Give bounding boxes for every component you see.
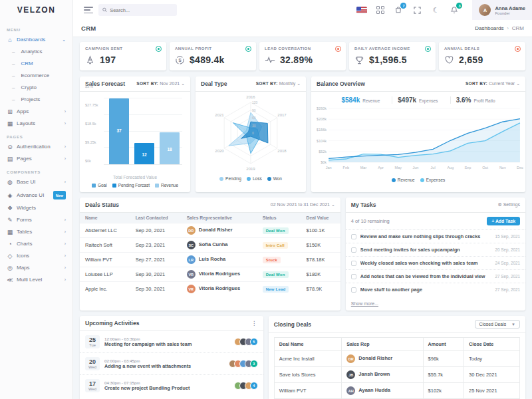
sidebar-item-advance-ui[interactable]: ◈Advance UINew — [0, 188, 72, 202]
submenu-dash-icon: – — [12, 49, 15, 55]
apps-grid-icon[interactable] — [376, 6, 384, 14]
table-row[interactable]: William PVTSep 27, 2021LRLuis RochaStuck… — [80, 253, 340, 267]
table-row[interactable]: Apple Inc.Sep 30, 2021VRVitoria Rodrigue… — [80, 282, 340, 297]
notifications-icon[interactable]: 3 — [450, 5, 459, 15]
sidebar-item-label: Dashboards — [17, 37, 59, 43]
sidebar-item-authentication[interactable]: ⊙Authentication› — [0, 141, 72, 153]
icons-icon: ◇ — [7, 253, 13, 259]
language-flag-icon[interactable] — [356, 7, 367, 14]
table-row[interactable]: Loiusee LLPSep 30, 2021VRVitoria Rodrigu… — [80, 267, 340, 282]
status-badge: Deal Won — [263, 271, 289, 278]
sidebar-item-icons[interactable]: ◇Icons› — [0, 250, 72, 262]
task-checkbox[interactable] — [351, 261, 356, 266]
closing-column-header: Close Date — [464, 338, 520, 351]
avatar: SC — [187, 241, 196, 249]
task-text[interactable]: Move stuff to another page — [360, 287, 491, 293]
sidebar-item-forms[interactable]: ✎Forms› — [0, 214, 72, 226]
chevron-icon: ⌄ — [62, 37, 66, 43]
sidebar-item-maps[interactable]: ◎Maps› — [0, 262, 72, 274]
add-task-button[interactable]: + Add Task — [487, 217, 520, 225]
sidebar-item-crm[interactable]: –CRM — [0, 58, 72, 70]
task-text[interactable]: Add notes that can be viewed from the in… — [360, 273, 491, 279]
tasks-settings-button[interactable]: ⚙ Settings — [497, 202, 520, 207]
sidebar-item-label: Multi Level — [17, 277, 61, 283]
user-lock-icon: ⊙ — [7, 144, 13, 150]
bar-ytick: $9.25k — [85, 140, 96, 144]
sidebar-item-label: Ecommerce — [21, 72, 66, 79]
avatar-more-badge: 3 — [250, 360, 258, 368]
dark-mode-icon[interactable]: ☾ — [431, 5, 440, 15]
search-input[interactable] — [110, 7, 173, 13]
search-icon — [102, 7, 107, 13]
table-row[interactable]: Save lots StoresJBJansh Brown$55.7k30 De… — [274, 367, 519, 383]
task-checkbox[interactable] — [351, 287, 356, 293]
svg-text:Dec: Dec — [517, 166, 523, 170]
sidebar-item-analytics[interactable]: –Analytics — [0, 46, 72, 58]
kpi-card: CAMPAIGN SENT197 — [80, 42, 166, 70]
sidebar-item-multi-level[interactable]: ≪Multi Level› — [0, 274, 72, 286]
sidebar-item-pages[interactable]: ▤Pages› — [0, 153, 72, 165]
fullscreen-icon[interactable] — [412, 5, 422, 15]
table-row[interactable]: Raitech SoftSep 23, 2021SCSofia CunhaInt… — [80, 238, 340, 253]
sidebar-item-crypto[interactable]: –Crypto — [0, 82, 72, 94]
kpi-row: CAMPAIGN SENT197ANNUAL PROFIT$$489.4kLEA… — [80, 42, 525, 70]
avatar-more-badge: 4 — [250, 382, 258, 390]
task-date: 24 Sep, 2021 — [495, 261, 520, 265]
task-text[interactable]: Review and make sure nothing slips throu… — [360, 233, 491, 239]
deals-status-date-range[interactable]: 02 Nov 2021 to 31 Dec 2021 ⌄ — [271, 202, 335, 207]
balance-sort-dropdown[interactable]: SORT BY: Current Year ⌄ — [466, 81, 520, 86]
trend-down-icon — [335, 46, 341, 52]
kpi-card: ANNUAL DEALS2,659 — [439, 42, 525, 70]
sidebar-item-charts[interactable]: ◔Charts› — [0, 238, 72, 250]
svg-text:Jun: Jun — [413, 166, 419, 170]
activity-item[interactable]: 17Wed04:30pm - 07:15pmCreate new project… — [80, 374, 263, 396]
radar-legend: PendingLossWon — [219, 176, 282, 181]
table-row[interactable]: William PVTAHAyaan Hudda$102k25 Nov 2021 — [274, 383, 519, 399]
user-menu[interactable]: A Anna Adame Founder — [472, 0, 532, 20]
balance-overview-card: Balance Overview SORT BY: Current Year ⌄… — [311, 76, 525, 192]
app-logo[interactable]: VELZON — [0, 0, 72, 20]
sidebar-item-base-ui[interactable]: ◍Base UI› — [0, 176, 72, 188]
sidebar-item-label: Widgets — [17, 205, 66, 211]
sidebar-item-apps[interactable]: ⊞Apps› — [0, 106, 72, 118]
page-title-bar: CRM Dashboards › CRM — [73, 20, 532, 37]
cart-icon[interactable]: 7 — [394, 5, 403, 15]
table-row[interactable]: Absternet LLCSep 20, 2021DRDonald Risher… — [80, 223, 340, 238]
sales-forecast-sort-dropdown[interactable]: SORT BY: Nov 2021 ⌄ — [136, 81, 185, 86]
hamburger-menu-icon[interactable] — [84, 7, 93, 13]
bar-ytick: $0k — [85, 159, 91, 163]
search-box[interactable] — [98, 4, 177, 16]
svg-text:2021: 2021 — [215, 113, 224, 117]
closing-deals-filter-select[interactable]: Closed Deals ▼ — [475, 320, 520, 329]
deal-type-sort-dropdown[interactable]: SORT BY: Monthly ⌄ — [256, 81, 301, 86]
task-checkbox[interactable] — [351, 234, 356, 239]
task-text[interactable]: Weekly closed sales won checking with sa… — [360, 260, 491, 266]
svg-text:2018: 2018 — [277, 149, 287, 153]
show-more-link[interactable]: Show more... — [346, 300, 384, 311]
activity-date: 25Tue — [85, 335, 100, 348]
sidebar-item-widgets[interactable]: ❖Widgets — [0, 202, 72, 214]
svg-text:Jan: Jan — [326, 166, 332, 170]
table-row[interactable]: Acme Inc InstallDRDonald Risher$96kToday — [274, 351, 519, 367]
svg-text:Aug: Aug — [447, 166, 454, 170]
task-checkbox[interactable] — [351, 247, 356, 253]
sidebar-item-projects[interactable]: –Projects — [0, 94, 72, 106]
trend-up-icon — [156, 46, 162, 52]
task-date: 15 Sep, 2021 — [495, 234, 520, 239]
chevron-icon: › — [65, 217, 66, 223]
layouts-icon: ▦ — [7, 120, 13, 127]
deals-status-card: Deals Status 02 Nov 2021 to 31 Dec 2021 … — [80, 198, 340, 311]
sidebar-item-ecommerce[interactable]: –Ecommerce — [0, 70, 72, 82]
balance-stats: $584kRevenue$497kExpenses3.6%Profit Rati… — [311, 92, 525, 105]
activity-item[interactable]: 25Tue12:00am - 03:30pmMeeting for campai… — [80, 331, 263, 352]
sidebar-item-dashboards[interactable]: ⌂Dashboards⌄ — [0, 34, 72, 46]
notifications-badge: 3 — [456, 3, 462, 9]
task-checkbox[interactable] — [351, 274, 356, 279]
activities-menu-icon[interactable]: ⋮ — [251, 320, 258, 327]
trend-up-icon — [245, 46, 251, 52]
sidebar-item-layouts[interactable]: ▦Layouts› — [0, 118, 72, 130]
breadcrumb-parent[interactable]: Dashboards — [475, 25, 503, 31]
activity-item[interactable]: 20Wed02:00pm - 03:45pmAdding a new event… — [80, 352, 263, 374]
task-text[interactable]: Send meeting invites for sales upcampaig… — [360, 247, 491, 253]
sidebar-item-tables[interactable]: ▦Tables› — [0, 226, 72, 238]
